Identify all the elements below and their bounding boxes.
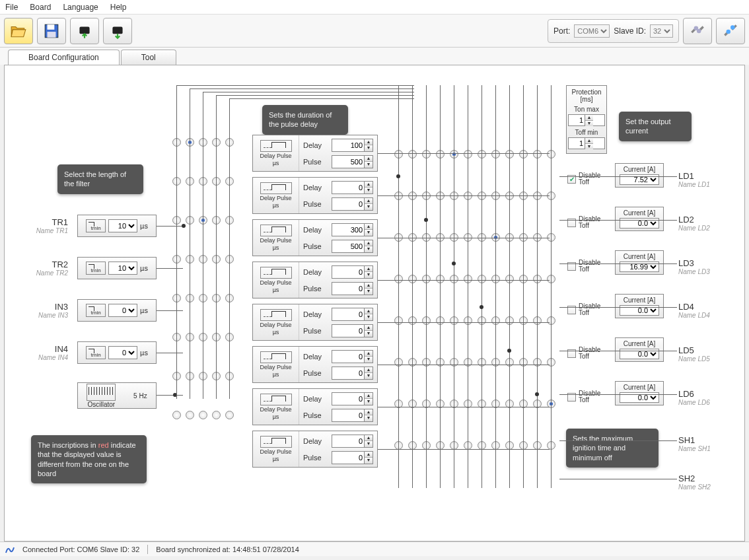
input-label-TR2: TR2Name TR2 [35,260,68,277]
tab-board-config[interactable]: Board Configuration [8,50,120,65]
input-block-IN4: tmin 0 µs [77,341,157,364]
delay-pulse-block-2: Delay Pulseµs Delay▲▼ Pulse▲▼ [252,177,378,214]
left-route-r7-c1[interactable] [186,411,194,419]
svg-rect-3 [79,26,89,34]
toolbar: Port: COM6 Slave ID: 32 [0,15,749,48]
pulse-icon [260,140,292,152]
delay-spinner-2[interactable]: ▲▼ [332,181,373,194]
download-button[interactable] [103,18,132,44]
current-box-3: Current [A] 16.99 [615,250,664,275]
output-label-LD6: LD6Name LD6 [678,389,710,406]
plug-disconnect-icon [722,22,739,40]
pulse-spinner-3[interactable]: ▲▼ [332,240,373,253]
tab-tool[interactable]: Tool [121,50,176,65]
disable-toff-3[interactable]: DisableToff [567,260,607,273]
tmin-icon: tmin [86,346,106,359]
output-label-SH2: SH2Name SH2 [678,473,711,491]
delay-spinner-8[interactable]: ▲▼ [332,435,373,448]
pulse-spinner-4[interactable]: ▲▼ [332,282,373,295]
disable-toff-2[interactable]: DisableToff [567,216,607,229]
pulse-spinner-5[interactable]: ▲▼ [332,324,373,337]
output-label-LD2: LD2Name LD2 [678,215,710,232]
delay-pulse-block-1: Delay Pulseµs Delay▲▼ Pulse▲▼ [252,135,378,172]
tooltip-ignition: Sets the maximum ignition time and minim… [566,429,659,468]
pulse-icon [260,309,292,321]
disable-toff-6[interactable]: DisableToff [567,390,607,403]
svg-point-7 [727,29,731,34]
input-block-IN3: tmin 0 µs [77,299,157,322]
menubar: File Board Language Help [0,0,749,15]
pulse-icon [260,436,292,448]
delay-spinner-7[interactable]: ▲▼ [332,392,373,405]
pulse-spinner-2[interactable]: ▲▼ [332,197,373,211]
diagram-canvas: Select the length of the filter Sets the… [4,65,745,542]
chip-up-icon [76,22,93,40]
delay-spinner-5[interactable]: ▲▼ [332,308,373,321]
svg-rect-4 [112,26,122,34]
input-filter-TR1[interactable]: 10 [108,219,137,232]
output-label-SH1: SH1Name SH1 [678,435,711,452]
current-box-6: Current [A] 0.0 [615,381,664,405]
port-select[interactable]: COM6 [574,24,610,38]
slave-label: Slave ID: [614,26,646,36]
left-route-r7-c3[interactable] [212,411,221,419]
plug-connect-icon [689,22,706,40]
output-label-LD5: LD5Name LD5 [678,345,710,363]
input-filter-TR2[interactable]: 10 [108,262,137,275]
menu-file[interactable]: File [5,3,18,12]
left-route-r7-c2[interactable] [199,411,207,419]
input-label-TR1: TR1Name TR1 [35,217,68,234]
current-box-1: Current [A] 7.52 [615,163,664,188]
tooltip-red: The inscriptions in red indicate that th… [31,435,147,483]
delay-pulse-block-5: Delay Pulseµs Delay▲▼ Pulse▲▼ [252,304,378,341]
disable-toff-1[interactable]: ✔ DisableToff [567,172,607,186]
ton-max-spinner[interactable]: ▲▼ [568,114,605,126]
pulse-spinner-8[interactable]: ▲▼ [332,451,373,464]
connect-button[interactable] [683,18,712,44]
disable-toff-5[interactable]: DisableToff [567,347,607,360]
svg-point-6 [697,28,701,33]
open-button[interactable] [4,18,33,44]
output-label-LD4: LD4Name LD4 [678,302,710,319]
delay-pulse-block-8: Delay Pulseµs Delay▲▼ Pulse▲▼ [252,431,378,468]
status-icon [5,545,15,554]
chip-down-icon [109,22,126,40]
pulse-icon [260,225,292,236]
left-route-r7-c4[interactable] [225,411,234,419]
disconnect-button[interactable] [716,18,745,44]
pulse-icon [260,351,292,363]
delay-spinner-6[interactable]: ▲▼ [332,350,373,363]
oscillator-icon [87,384,116,401]
disable-toff-4[interactable]: DisableToff [567,303,607,316]
pulse-spinner-1[interactable]: ▲▼ [332,155,373,168]
delay-spinner-4[interactable]: ▲▼ [332,265,373,279]
menu-board[interactable]: Board [30,3,51,12]
slave-select[interactable]: 32 [650,24,673,38]
menu-language[interactable]: Language [63,3,98,12]
pulse-spinner-7[interactable]: ▲▼ [332,409,373,422]
save-button[interactable] [37,18,66,44]
delay-spinner-3[interactable]: ▲▼ [332,223,373,236]
left-route-r7-c0[interactable] [172,411,181,419]
pulse-icon [260,394,292,405]
pulse-icon [260,182,292,194]
upload-button[interactable] [70,18,99,44]
pulse-spinner-6[interactable]: ▲▼ [332,367,373,380]
statusbar: Connected Port: COM6 Slave ID: 32 Board … [0,542,749,556]
delay-spinner-1[interactable]: ▲▼ [332,139,373,152]
input-filter-IN4[interactable]: 0 [108,346,137,359]
svg-point-8 [731,25,735,30]
protection-box: Protection [ms] Ton max ▲▼ Toff min ▲▼ [566,85,607,154]
oscillator-freq: 5 Hz [133,392,147,400]
output-label-LD3: LD3Name LD3 [678,258,710,275]
toff-min-spinner[interactable]: ▲▼ [568,137,605,149]
tmin-icon: tmin [86,262,106,275]
menu-help[interactable]: Help [110,3,127,12]
floppy-icon [43,22,60,40]
input-block-TR2: tmin 10 µs [77,257,157,279]
tooltip-pulse: Sets the duration of the pulse delay [262,105,348,135]
tooltip-filter: Select the length of the filter [57,164,143,194]
tab-row: Board Configuration Tool [0,48,749,65]
input-filter-IN3[interactable]: 0 [108,304,137,317]
input-block-TR1: tmin 10 µs [77,215,157,237]
